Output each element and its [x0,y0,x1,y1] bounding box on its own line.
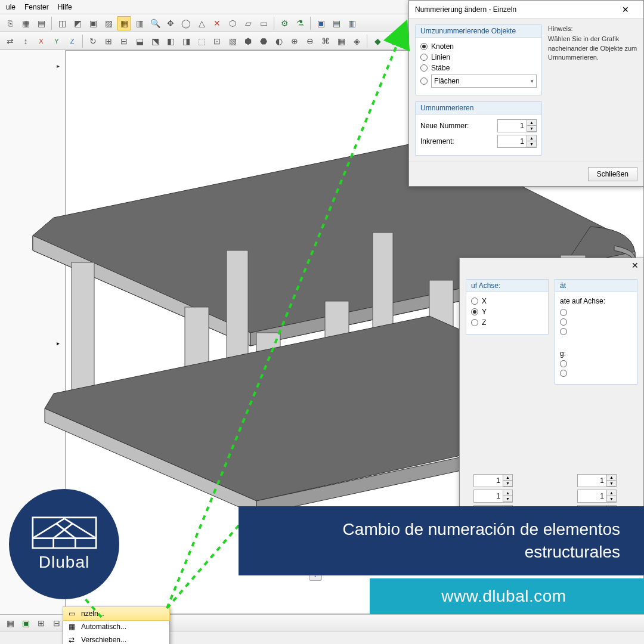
hint-text: Wählen Sie in der Grafik nacheinander di… [548,35,637,62]
brand-badge: Dlubal [9,489,119,599]
ctx-item-single[interactable]: ▭ nzeln... [63,606,170,621]
spinner[interactable]: 1▲▼ [577,474,617,487]
toolbar-icon[interactable]: ▤ [329,16,343,30]
radio-x[interactable]: X [471,297,543,305]
label-direction: g: [560,349,632,358]
toolbar-icon[interactable]: ◇ [386,34,400,48]
toolbar-icon[interactable]: ⬓ [132,34,147,48]
toolbar-icon[interactable]: ▦ [117,16,131,30]
flyout-arrow-icon[interactable]: ▸ [57,63,65,71]
radio-icon [471,319,478,326]
toolbar-icon[interactable]: ⬔ [148,34,162,48]
toolbar-icon[interactable]: ⊟ [49,616,64,630]
toolbar-icon[interactable]: 🔍 [148,16,162,30]
toolbar-icon[interactable]: ◫ [55,16,69,30]
toolbar-icon[interactable]: ✕ [210,16,224,30]
toolbar-axis-x-icon[interactable]: X [34,34,48,48]
hint-box: Hinweis: Wählen Sie in der Grafik nachei… [548,24,637,156]
toolbar-icon[interactable]: ▦ [3,616,17,630]
toolbar-axis-z-icon[interactable]: Z [65,34,79,48]
toolbar-icon[interactable]: ◧ [163,34,178,48]
toolbar-icon[interactable]: ⌘ [318,34,333,48]
radio-x[interactable] [560,309,632,316]
toolbar-icon[interactable]: ▣ [86,16,100,30]
toolbar-icon[interactable]: ↕ [18,34,33,48]
spinner[interactable]: 1▲▼ [473,474,513,487]
renumber-auto-icon: ▦ [67,622,76,631]
radio-y[interactable] [560,318,632,326]
spinner-buttons[interactable]: ▲▼ [527,135,536,147]
toolbar-icon[interactable]: ▦ [18,16,33,30]
toolbar-icon[interactable]: ⊡ [210,34,224,48]
menu-item-help[interactable]: Hilfe [58,3,72,11]
close-icon[interactable]: ✕ [614,1,637,18]
toolbar-icon[interactable]: ◨ [179,34,193,48]
spinner-increment[interactable]: 1 ▲▼ [497,135,537,148]
radio-surfaces[interactable]: Flächen ▾ [420,75,537,88]
spinner-new-number[interactable]: 1 ▲▼ [497,119,537,132]
toolbar-icon[interactable]: ⚗ [293,16,307,30]
toolbar-axis-y-icon[interactable]: Y [49,34,64,48]
toolbar-icon[interactable]: ▥ [345,16,359,30]
toolbar-icon[interactable]: ◯ [179,16,193,30]
radio-members[interactable]: Stäbe [420,64,537,72]
toolbar-icon[interactable]: ▧ [225,34,240,48]
spinner[interactable]: 1▲▼ [473,490,513,503]
close-icon[interactable]: ✕ [631,261,639,270]
svg-line-22 [64,519,96,538]
radio-z[interactable] [560,328,632,335]
group-renumber: Umnummerieren Neue Nummer: 1 ▲▼ Inkremen… [415,101,542,156]
toolbar-icon[interactable]: ⬡ [225,16,240,30]
renumber-shift-icon: ⇄ [67,635,76,644]
flyout-arrow-icon[interactable]: ▸ [57,340,60,346]
radio-z[interactable]: Z [471,318,543,327]
toolbar-icon[interactable]: ◩ [70,16,85,30]
radio-lines[interactable]: Linien [420,53,537,61]
toolbar-icon[interactable]: ◆ [370,34,385,48]
toolbar-icon[interactable]: ▤ [34,16,48,30]
toolbar-icon[interactable]: ⊖ [303,34,317,48]
toolbar-icon[interactable]: ▭ [256,16,271,30]
toolbar-icon[interactable]: ⎘ [3,16,17,30]
toolbar-icon[interactable]: ✥ [163,16,178,30]
radio-dir[interactable] [560,370,632,377]
svg-line-23 [53,524,72,538]
toolbar-icon[interactable]: ▣ [314,16,328,30]
toolbar-icon[interactable]: ⊕ [287,34,302,48]
toolbar-icon[interactable]: ⬢ [241,34,255,48]
toolbar-icon[interactable]: ▣ [18,616,33,630]
combo-surfaces[interactable]: Flächen ▾ [431,75,537,88]
toolbar-icon[interactable]: ▨ [101,16,116,30]
toolbar-icon[interactable]: ▦ [334,34,348,48]
radio-dir[interactable] [560,360,632,367]
toolbar-icon[interactable]: ◈ [349,34,364,48]
toolbar-icon[interactable]: ⊞ [101,34,116,48]
toolbar-icon[interactable]: ⇄ [3,34,17,48]
toolbar-icon[interactable]: ⬣ [256,34,271,48]
toolbar-icon[interactable]: ◐ [272,34,286,48]
toolbar-icon[interactable]: ▱ [241,16,255,30]
toolbar-separator [274,17,274,30]
menu-item-window[interactable]: Fenster [24,3,49,11]
label-axis: ate auf Achse: [560,297,632,305]
spinner[interactable]: 1▲▼ [577,490,617,503]
toolbar-icon[interactable]: ⊟ [117,34,131,48]
ctx-item-auto[interactable]: ▦ Automatisch... [63,620,169,633]
toolbar-separator [51,17,52,30]
toolbar-icon[interactable]: ▥ [132,16,147,30]
dialog-titlebar[interactable]: Nummerierung ändern - Einzeln ✕ [409,1,643,18]
radio-y[interactable]: Y [471,308,543,316]
spinner-buttons[interactable]: ▲▼ [527,120,536,132]
radio-icon [420,54,428,61]
toolbar-icon[interactable]: ↻ [86,34,100,48]
toolbar-icon[interactable]: ⚙ [277,16,292,30]
toolbar-icon[interactable]: ⊞ [34,616,48,630]
radio-nodes[interactable]: Knoten [420,42,537,51]
toolbar-icon[interactable]: △ [194,16,209,30]
radio-icon [420,43,428,50]
menu-item-module[interactable]: ule [6,3,16,11]
toolbar-separator [310,17,311,30]
ctx-item-shift[interactable]: ⇄ Verschieben... [63,633,169,644]
close-button[interactable]: Schließen [588,167,637,181]
toolbar-icon[interactable]: ⬚ [194,34,209,48]
